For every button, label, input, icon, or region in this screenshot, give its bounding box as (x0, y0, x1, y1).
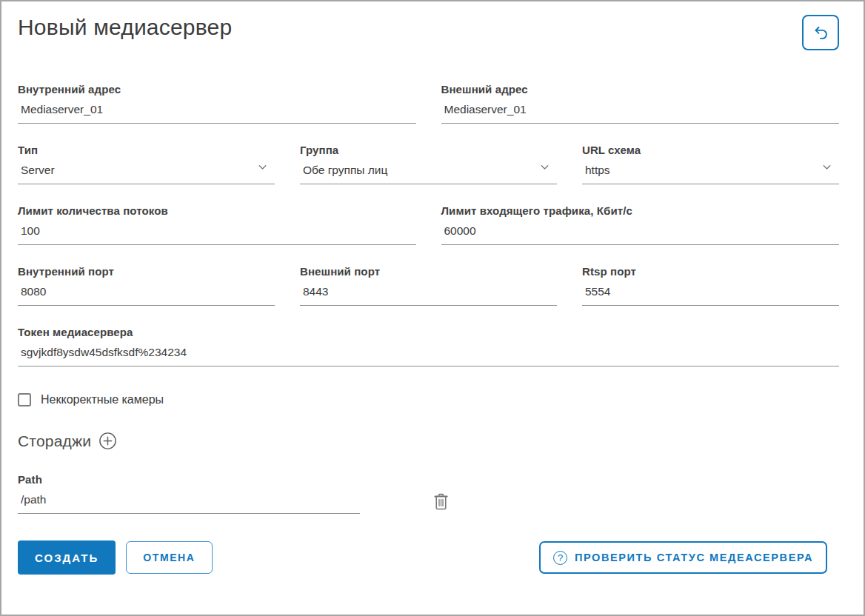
rtsp-port-field: Rtsp порт (582, 265, 839, 306)
check-status-button[interactable]: ? ПРОВЕРИТЬ СТАТУС МЕДЕАСЕРВЕРА (539, 541, 827, 574)
cancel-button[interactable]: ОТМЕНА (126, 541, 212, 574)
group-label: Группа (300, 144, 557, 156)
trash-icon (432, 492, 450, 511)
rtsp-port-label: Rtsp порт (582, 265, 839, 278)
internal-address-label: Внутренний адрес (18, 83, 416, 96)
header: Новый медиасервер (18, 1, 839, 50)
plus-circle-icon (98, 432, 117, 450)
type-label: Тип (18, 144, 275, 156)
path-input[interactable] (18, 486, 360, 514)
new-mediaserver-form: Новый медиасервер Внутренний адрес Внешн… (0, 0, 865, 616)
group-select[interactable] (300, 156, 557, 184)
row-addresses: Внутренний адрес Внешний адрес (18, 83, 839, 124)
delete-storage-button[interactable] (432, 492, 450, 511)
stream-limit-label: Лимит количества потоков (18, 204, 416, 217)
row-token: Токен медиасервера (18, 326, 839, 366)
incorrect-cameras-label: Неккоректные камеры (41, 393, 164, 406)
internal-port-label: Внутренний порт (18, 265, 275, 278)
incorrect-cameras-checkbox[interactable]: Неккоректные камеры (18, 393, 839, 406)
token-label: Токен медиасервера (18, 326, 839, 338)
external-address-label: Внешний адрес (441, 83, 840, 96)
traffic-limit-field: Лимит входящего трафика, Кбит/с (441, 204, 840, 245)
group-field: Группа (300, 144, 557, 184)
stream-limit-field: Лимит количества потоков (18, 204, 416, 245)
undo-arrow-icon (811, 23, 831, 43)
rtsp-port-input[interactable] (582, 278, 839, 306)
page-title: Новый медиасервер (18, 13, 232, 41)
external-port-field: Внешний порт (300, 265, 557, 306)
internal-address-field: Внутренний адрес (18, 83, 416, 124)
token-input[interactable] (18, 338, 839, 366)
url-scheme-field: URL схема (582, 144, 839, 184)
traffic-limit-label: Лимит входящего трафика, Кбит/с (441, 204, 840, 217)
internal-port-field: Внутренний порт (18, 265, 275, 306)
external-address-field: Внешний адрес (441, 83, 840, 124)
external-port-label: Внешний порт (300, 265, 557, 278)
add-storage-button[interactable] (98, 432, 117, 450)
internal-address-input[interactable] (18, 96, 416, 124)
create-button[interactable]: СОЗДАТЬ (18, 540, 116, 575)
row-ports: Внутренний порт Внешний порт Rtsp порт (18, 265, 839, 306)
internal-port-input[interactable] (18, 278, 275, 306)
external-address-input[interactable] (441, 96, 840, 124)
storages-title: Стораджи (18, 432, 91, 450)
row-selects: Тип Группа URL схема (18, 144, 839, 184)
action-buttons: СОЗДАТЬ ОТМЕНА ? ПРОВЕРИТЬ СТАТУС МЕДЕАС… (18, 540, 839, 575)
external-port-input[interactable] (300, 278, 557, 306)
type-select[interactable] (18, 156, 275, 184)
help-icon: ? (553, 551, 567, 565)
type-field: Тип (18, 144, 275, 184)
row-limits: Лимит количества потоков Лимит входящего… (18, 204, 839, 245)
storage-path-row: Path (18, 473, 839, 514)
check-status-label: ПРОВЕРИТЬ СТАТУС МЕДЕАСЕРВЕРА (575, 552, 813, 563)
url-scheme-label: URL схема (582, 144, 839, 156)
storages-section-header: Стораджи (18, 432, 839, 450)
stream-limit-input[interactable] (18, 217, 416, 245)
token-field: Токен медиасервера (18, 326, 839, 366)
back-button[interactable] (802, 15, 839, 50)
path-label: Path (18, 473, 360, 486)
traffic-limit-input[interactable] (441, 217, 840, 245)
checkbox-icon[interactable] (18, 393, 31, 406)
path-field: Path (18, 473, 360, 514)
url-scheme-select[interactable] (582, 156, 839, 184)
